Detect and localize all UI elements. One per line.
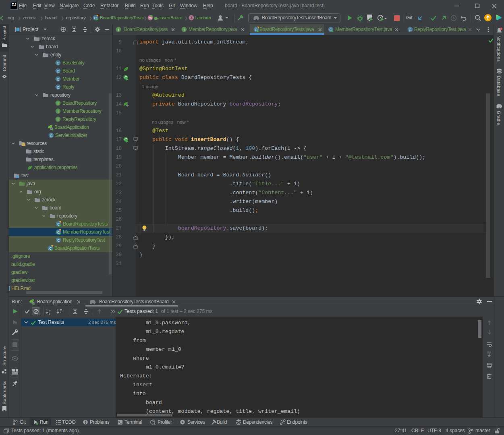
svg-text:λ: λ — [191, 16, 193, 20]
svg-text:C: C — [409, 27, 412, 32]
svg-text:I: I — [58, 117, 58, 122]
svg-text:I: I — [118, 27, 119, 32]
svg-text:I: I — [184, 27, 185, 32]
svg-text:C: C — [57, 61, 60, 65]
svg-text:z: z — [49, 312, 50, 315]
svg-text:C: C — [57, 69, 60, 73]
svg-text:C: C — [50, 133, 53, 138]
svg-text:I: I — [58, 101, 58, 106]
svg-text:C: C — [57, 77, 60, 81]
svg-text:C: C — [57, 238, 60, 242]
svg-text:I: I — [58, 109, 58, 114]
svg-text:C: C — [57, 85, 60, 89]
svg-text:9: 9 — [15, 321, 17, 325]
